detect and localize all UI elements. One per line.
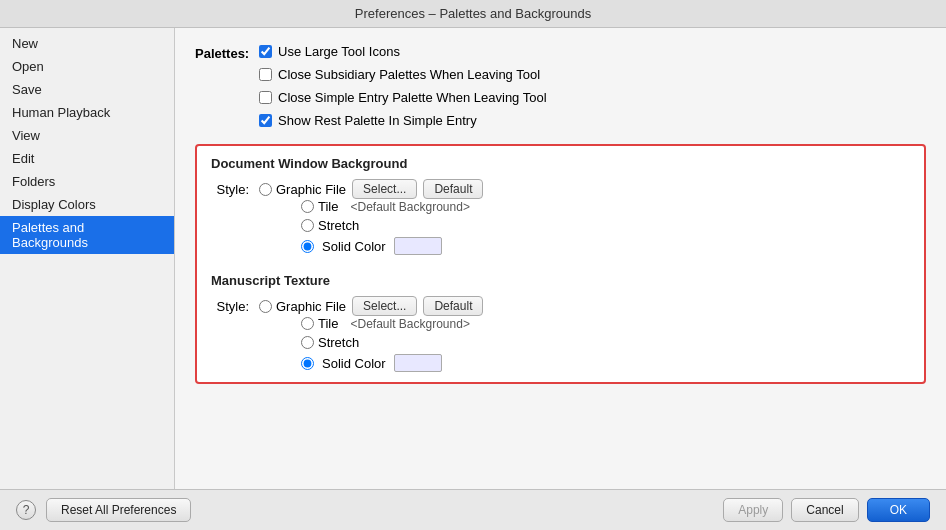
sidebar-item-edit[interactable]: Edit xyxy=(0,147,174,170)
sidebar-item-palettes-and-backgrounds[interactable]: Palettes and Backgrounds xyxy=(0,216,174,254)
manuscript-radio-indented: Tile <Default Background> Stretch xyxy=(301,316,910,350)
doc-graphic-file-label: Graphic File xyxy=(276,182,346,197)
doc-radio-indented: Tile <Default Background> Stretch xyxy=(301,199,910,233)
manuscript-default-bg-text: <Default Background> xyxy=(350,317,469,331)
apply-button[interactable]: Apply xyxy=(723,498,783,522)
checkboxes-group: Use Large Tool Icons Close Subsidiary Pa… xyxy=(259,44,547,132)
bottom-bar-right: Apply Cancel OK xyxy=(723,498,930,522)
manuscript-stretch-label: Stretch xyxy=(318,335,359,350)
manuscript-default-button[interactable]: Default xyxy=(423,296,483,316)
checkbox-close-subsidiary[interactable] xyxy=(259,68,272,81)
doc-style-row: Style: Graphic File Select... Default xyxy=(211,179,910,199)
manuscript-style-label: Style: xyxy=(211,299,249,314)
manuscript-tile-label: Tile xyxy=(318,316,338,331)
content-area: Palettes: Use Large Tool Icons Close Sub… xyxy=(175,28,946,489)
checkbox-row-2: Close Subsidiary Palettes When Leaving T… xyxy=(259,67,547,82)
section-divider xyxy=(211,255,910,265)
doc-default-button[interactable]: Default xyxy=(423,179,483,199)
sidebar-item-new[interactable]: New xyxy=(0,32,174,55)
doc-select-button[interactable]: Select... xyxy=(352,179,417,199)
sidebar-item-view[interactable]: View xyxy=(0,124,174,147)
doc-tile-radio[interactable] xyxy=(301,200,314,213)
doc-default-bg-text: <Default Background> xyxy=(350,200,469,214)
doc-tile-row: Tile <Default Background> xyxy=(301,199,910,214)
checkbox-close-simple[interactable] xyxy=(259,91,272,104)
checkbox-large-tool-icons-label: Use Large Tool Icons xyxy=(278,44,400,59)
doc-solid-color-radio[interactable] xyxy=(301,240,314,253)
manuscript-tile-radio[interactable] xyxy=(301,317,314,330)
checkbox-show-rest-label: Show Rest Palette In Simple Entry xyxy=(278,113,477,128)
manuscript-solid-color-label: Solid Color xyxy=(322,356,386,371)
doc-stretch-label: Stretch xyxy=(318,218,359,233)
doc-solid-color-label: Solid Color xyxy=(322,239,386,254)
doc-graphic-file-option: Graphic File xyxy=(259,182,346,197)
doc-window-title: Document Window Background xyxy=(211,156,910,171)
reset-all-preferences-button[interactable]: Reset All Preferences xyxy=(46,498,191,522)
manuscript-style-row: Style: Graphic File Select... Default xyxy=(211,296,910,316)
checkbox-large-tool-icons[interactable] xyxy=(259,45,272,58)
bottom-bar-left: ? Reset All Preferences xyxy=(16,498,191,522)
checkbox-close-simple-label: Close Simple Entry Palette When Leaving … xyxy=(278,90,547,105)
manuscript-solid-color-row: Solid Color xyxy=(301,354,910,372)
manuscript-solid-color-radio[interactable] xyxy=(301,357,314,370)
title-bar: Preferences – Palettes and Backgrounds xyxy=(0,0,946,28)
manuscript-stretch-radio[interactable] xyxy=(301,336,314,349)
ok-button[interactable]: OK xyxy=(867,498,930,522)
sidebar-item-display-colors[interactable]: Display Colors xyxy=(0,193,174,216)
red-border-box: Document Window Background Style: Graphi… xyxy=(195,144,926,384)
window-title: Preferences – Palettes and Backgrounds xyxy=(355,6,591,21)
sidebar-item-folders[interactable]: Folders xyxy=(0,170,174,193)
help-button[interactable]: ? xyxy=(16,500,36,520)
checkbox-close-subsidiary-label: Close Subsidiary Palettes When Leaving T… xyxy=(278,67,540,82)
manuscript-graphic-file-option: Graphic File xyxy=(259,299,346,314)
manuscript-graphic-file-radio[interactable] xyxy=(259,300,272,313)
sidebar: New Open Save Human Playback View Edit F… xyxy=(0,28,175,489)
bottom-bar: ? Reset All Preferences Apply Cancel OK xyxy=(0,489,946,530)
main-layout: New Open Save Human Playback View Edit F… xyxy=(0,28,946,489)
doc-color-swatch[interactable] xyxy=(394,237,442,255)
manuscript-tile-row: Tile <Default Background> xyxy=(301,316,910,331)
palettes-header: Palettes: Use Large Tool Icons Close Sub… xyxy=(195,44,926,132)
doc-stretch-radio[interactable] xyxy=(301,219,314,232)
manuscript-title: Manuscript Texture xyxy=(211,273,910,288)
doc-solid-color-row: Solid Color xyxy=(301,237,910,255)
checkbox-row-4: Show Rest Palette In Simple Entry xyxy=(259,113,547,128)
manuscript-graphic-file-label: Graphic File xyxy=(276,299,346,314)
doc-stretch-row: Stretch xyxy=(301,218,910,233)
doc-style-label: Style: xyxy=(211,182,249,197)
palettes-label: Palettes: xyxy=(195,44,255,61)
checkbox-row-1: Use Large Tool Icons xyxy=(259,44,547,59)
cancel-button[interactable]: Cancel xyxy=(791,498,858,522)
doc-graphic-file-radio[interactable] xyxy=(259,183,272,196)
checkbox-show-rest[interactable] xyxy=(259,114,272,127)
palettes-section: Palettes: Use Large Tool Icons Close Sub… xyxy=(195,44,926,132)
sidebar-item-save[interactable]: Save xyxy=(0,78,174,101)
doc-tile-label: Tile xyxy=(318,199,338,214)
manuscript-color-swatch[interactable] xyxy=(394,354,442,372)
manuscript-select-button[interactable]: Select... xyxy=(352,296,417,316)
sidebar-item-open[interactable]: Open xyxy=(0,55,174,78)
sidebar-item-human-playback[interactable]: Human Playback xyxy=(0,101,174,124)
checkbox-row-3: Close Simple Entry Palette When Leaving … xyxy=(259,90,547,105)
manuscript-stretch-row: Stretch xyxy=(301,335,910,350)
